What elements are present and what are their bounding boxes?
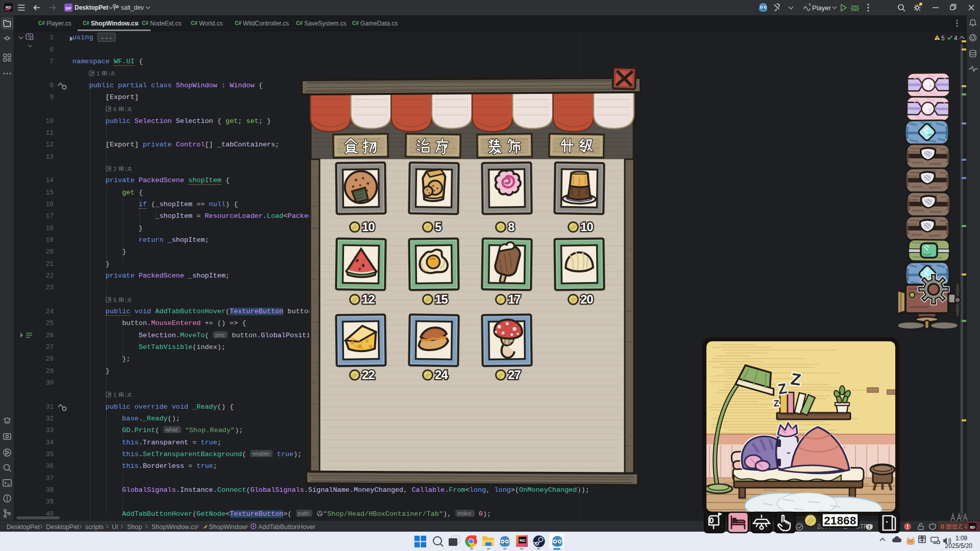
svg-text:World.cs: World.cs (199, 20, 223, 27)
svg-text:DP: DP (65, 6, 71, 11)
svg-text:C#: C# (142, 20, 149, 26)
svg-text:1: 1 (113, 392, 116, 398)
svg-text:17: 17 (508, 292, 521, 306)
svg-text:1:09: 1:09 (955, 535, 968, 542)
svg-text:20: 20 (580, 292, 593, 306)
svg-text:24: 24 (435, 368, 448, 382)
svg-text:5: 5 (113, 297, 116, 303)
svg-text:DesktopPet: DesktopPet (46, 523, 79, 531)
svg-text:salt_dev: salt_dev (121, 4, 144, 11)
svg-text:10: 10 (362, 220, 375, 234)
svg-text:RD: RD (520, 538, 526, 543)
svg-text:C#: C# (352, 20, 359, 26)
svg-text:SaveSystem.cs: SaveSystem.cs (304, 20, 347, 27)
svg-text:2025/5/20: 2025/5/20 (945, 542, 973, 549)
svg-text:4: 4 (954, 35, 958, 42)
svg-text:8: 8 (508, 220, 514, 234)
svg-text:21868: 21868 (824, 514, 856, 527)
svg-text:6: 6 (113, 106, 116, 112)
svg-text:Player.cs: Player.cs (46, 20, 71, 27)
svg-text:ShopWindow.cs: ShopWindow.cs (91, 20, 138, 27)
svg-text:NodeExt.cs: NodeExt.cs (150, 20, 181, 27)
svg-text:12: 12 (362, 292, 375, 306)
svg-text:ShopWindow: ShopWindow (209, 523, 247, 531)
svg-text:C#: C# (83, 20, 89, 26)
svg-text:1: 1 (96, 70, 100, 77)
svg-text:WildController.cs: WildController.cs (243, 20, 289, 27)
svg-text:RD: RD (6, 5, 11, 10)
svg-text:scripts: scripts (85, 523, 104, 531)
svg-text:GameData.cs: GameData.cs (360, 20, 398, 27)
svg-text:Z: Z (773, 398, 779, 409)
svg-text:C#: C# (38, 20, 45, 26)
svg-text:RD: RD (970, 525, 975, 529)
svg-text:ShopWindow.cs: ShopWindow.cs (152, 523, 197, 531)
svg-text:C#: C# (191, 20, 198, 26)
svg-text:C#: C# (235, 20, 241, 26)
svg-text:C#: C# (296, 20, 303, 26)
svg-text:DesktopPet: DesktopPet (75, 4, 108, 11)
svg-text:DesktopPet: DesktopPet (7, 523, 40, 531)
svg-text:Shop: Shop (127, 523, 142, 531)
svg-text:22: 22 (362, 368, 375, 382)
svg-text:10: 10 (580, 220, 593, 234)
svg-text:27: 27 (508, 368, 521, 382)
svg-text:AddTabButtonHover: AddTabButtonHover (258, 523, 315, 531)
svg-text:15: 15 (435, 292, 448, 306)
svg-text:5: 5 (435, 220, 442, 234)
svg-text:UI: UI (112, 523, 118, 531)
svg-text:5: 5 (941, 35, 945, 42)
svg-text:2: 2 (113, 166, 116, 172)
svg-text:Player: Player (812, 4, 831, 12)
